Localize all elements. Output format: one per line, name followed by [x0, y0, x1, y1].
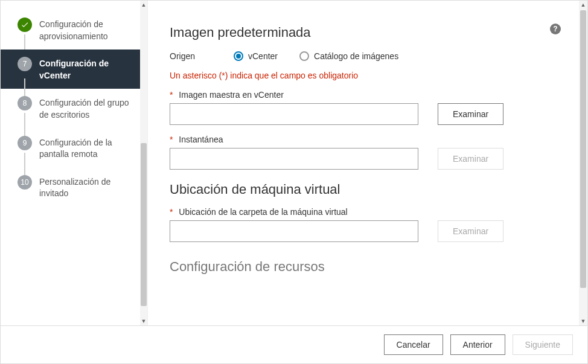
required-field-note: Un asterisco (*) indica que el campo es …: [170, 71, 558, 80]
snapshot-input[interactable]: [170, 148, 418, 170]
radio-label: Catálogo de imágenes: [314, 51, 398, 61]
field-label-text: Instantánea: [179, 135, 223, 144]
main-scrollbar-track[interactable]: ▲ ▼: [579, 1, 587, 325]
wizard-footer: Cancelar Anterior Siguiente: [1, 325, 587, 363]
main-panel: ? Imagen predeterminada Origen vCenter C…: [148, 1, 587, 325]
required-star-icon: *: [170, 90, 173, 100]
field-label: * Ubicación de la carpeta de la máquina …: [170, 207, 558, 217]
step-label: Configuración de la pantalla remota: [39, 136, 136, 161]
step-number-icon: 8: [18, 96, 32, 110]
required-star-icon: *: [170, 135, 173, 144]
step-number-icon: 9: [18, 136, 32, 150]
radio-icon: [234, 51, 243, 61]
check-icon: [18, 18, 32, 32]
browse-master-image-button[interactable]: Examinar: [438, 103, 503, 125]
scroll-up-icon[interactable]: ▲: [579, 1, 587, 9]
section-title-resource-config: Configuración de recursos: [170, 259, 558, 275]
field-label: * Instantánea: [170, 135, 558, 144]
step-number-icon: 7: [18, 57, 32, 71]
step-label: Configuración de vCenter: [39, 57, 136, 81]
field-row: Examinar: [170, 103, 558, 125]
scroll-down-icon[interactable]: ▼: [579, 317, 587, 325]
field-vm-folder: * Ubicación de la carpeta de la máquina …: [170, 207, 558, 242]
step-label: Configuración de aprovisionamiento: [39, 18, 136, 42]
step-number-icon: 10: [18, 175, 32, 190]
cancel-button[interactable]: Cancelar: [384, 334, 443, 355]
sidebar-scrollbar-thumb[interactable]: [141, 143, 147, 306]
browse-vm-folder-button: Examinar: [438, 220, 503, 242]
previous-button[interactable]: Anterior: [450, 334, 505, 355]
required-star-icon: *: [170, 207, 173, 217]
dialog-body: Configuración de aprovisionamiento 7 Con…: [1, 1, 587, 325]
field-label-text: Ubicación de la carpeta de la máquina vi…: [179, 207, 347, 217]
field-row: Examinar: [170, 148, 558, 170]
step-provisioning-config[interactable]: Configuración de aprovisionamiento: [1, 10, 147, 49]
step-desktop-pool-config[interactable]: 8 Configuración del grupo de escritorios: [1, 89, 147, 128]
step-label: Personalización de invitado: [39, 175, 136, 200]
section-title-vm-location: Ubicación de máquina virtual: [170, 182, 558, 197]
step-guest-customization[interactable]: 10 Personalización de invitado: [1, 168, 147, 207]
main-scrollbar-thumb[interactable]: [580, 10, 586, 288]
step-remote-display-config[interactable]: 9 Configuración de la pantalla remota: [1, 129, 147, 168]
field-master-image: * Imagen maestra en vCenter Examinar: [170, 90, 558, 125]
step-vcenter-config[interactable]: 7 Configuración de vCenter: [1, 49, 147, 89]
radio-vcenter[interactable]: vCenter: [234, 51, 278, 61]
wizard-dialog: Configuración de aprovisionamiento 7 Con…: [0, 0, 588, 364]
origin-radio-group: vCenter Catálogo de imágenes: [234, 51, 398, 61]
scroll-up-icon[interactable]: ▲: [140, 1, 147, 9]
radio-icon: [299, 51, 309, 61]
field-snapshot: * Instantánea Examinar: [170, 135, 558, 170]
sidebar-scrollbar-track[interactable]: ▲ ▼: [140, 1, 147, 325]
origin-row: Origen vCenter Catálogo de imágenes: [170, 51, 558, 61]
step-label: Configuración del grupo de escritorios: [39, 96, 136, 121]
main-content: Imagen predeterminada Origen vCenter Cat…: [148, 1, 587, 325]
field-row: Examinar: [170, 220, 558, 242]
vm-folder-input[interactable]: [170, 220, 418, 242]
master-image-input[interactable]: [170, 103, 418, 125]
section-title-default-image: Imagen predeterminada: [170, 25, 558, 40]
origin-label: Origen: [170, 51, 234, 61]
radio-label: vCenter: [248, 51, 278, 61]
next-button: Siguiente: [513, 334, 573, 355]
browse-snapshot-button: Examinar: [438, 148, 503, 170]
field-label-text: Imagen maestra en vCenter: [179, 90, 284, 100]
wizard-sidebar: Configuración de aprovisionamiento 7 Con…: [1, 1, 148, 325]
scroll-down-icon[interactable]: ▼: [140, 317, 147, 325]
radio-image-catalog[interactable]: Catálogo de imágenes: [299, 51, 398, 61]
field-label: * Imagen maestra en vCenter: [170, 90, 558, 100]
help-icon[interactable]: ?: [550, 24, 561, 34]
step-list: Configuración de aprovisionamiento 7 Con…: [1, 1, 147, 207]
